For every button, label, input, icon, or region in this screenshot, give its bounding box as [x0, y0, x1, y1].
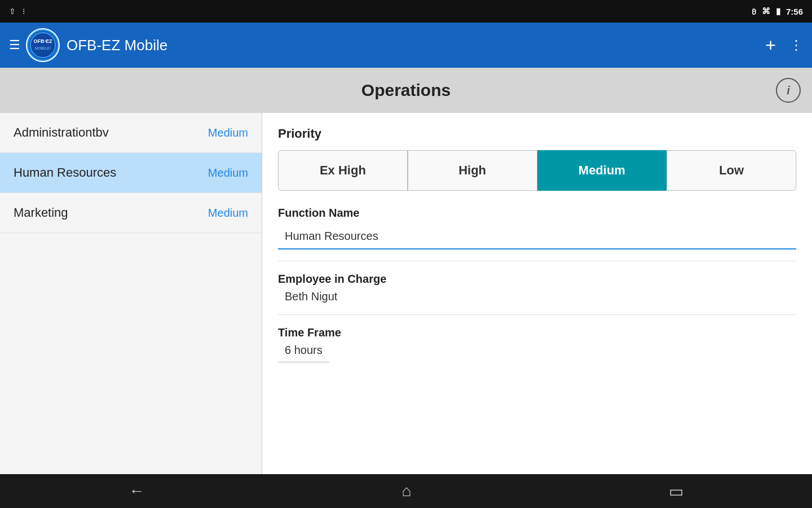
sidebar-item-name: Marketing: [14, 205, 68, 220]
priority-buttons: Ex High High Medium Low: [278, 150, 796, 191]
divider-2: [278, 314, 796, 315]
upload-icon: ⇧: [9, 7, 16, 16]
sidebar: Administrationtbv Medium Human Resources…: [0, 113, 262, 474]
wifi-icon: ⌘: [762, 6, 770, 16]
page-title: Operations: [361, 81, 451, 100]
grid-icon: ⁝: [23, 7, 25, 16]
home-button[interactable]: ⌂: [402, 482, 412, 500]
status-bar-right: 𐐂 ⌘ ▮ 7:56: [752, 6, 803, 16]
svg-point-1: [30, 33, 55, 58]
function-name-label: Function Name: [278, 207, 796, 220]
more-options-button[interactable]: ⋮: [789, 37, 803, 53]
function-name-value[interactable]: Human Resources: [278, 224, 796, 249]
app-bar: ☰ OFB·EZ MOBILE! OFB-EZ Mobile + ⋮: [0, 23, 812, 68]
priority-medium-button[interactable]: Medium: [537, 150, 667, 191]
info-button[interactable]: i: [776, 78, 801, 103]
sidebar-item-badge: Medium: [208, 126, 248, 139]
employee-in-charge-section: Employee in Charge Beth Nigut: [278, 273, 796, 303]
time-display: 7:56: [786, 7, 803, 16]
bluetooth-icon: 𐐂: [752, 7, 756, 16]
svg-text:MOBILE!: MOBILE!: [35, 46, 51, 50]
main-content: Administrationtbv Medium Human Resources…: [0, 113, 812, 474]
back-button[interactable]: ←: [129, 482, 144, 500]
function-name-section: Function Name Human Resources: [278, 207, 796, 249]
sidebar-item-marketing[interactable]: Marketing Medium: [0, 193, 262, 233]
priority-low-button[interactable]: Low: [667, 150, 796, 191]
status-bar: ⇧ ⁝ 𐐂 ⌘ ▮ 7:56: [0, 0, 812, 23]
hamburger-icon[interactable]: ☰: [9, 38, 20, 52]
employee-in-charge-label: Employee in Charge: [278, 273, 796, 286]
priority-ex-high-button[interactable]: Ex High: [278, 150, 408, 191]
employee-in-charge-value: Beth Nigut: [278, 284, 344, 308]
time-frame-section: Time Frame 6 hours: [278, 326, 796, 357]
detail-panel: Priority Ex High High Medium Low Functio…: [262, 113, 812, 474]
sidebar-item-administrationtbv[interactable]: Administrationtbv Medium: [0, 113, 262, 153]
app-bar-actions: + ⋮: [765, 35, 803, 56]
recent-button[interactable]: ▭: [669, 482, 683, 501]
divider-1: [278, 261, 796, 261]
priority-label: Priority: [278, 126, 796, 141]
status-bar-left: ⇧ ⁝: [9, 7, 25, 16]
section-header: Operations i: [0, 68, 812, 113]
time-frame-label: Time Frame: [278, 326, 796, 339]
logo-svg: OFB·EZ MOBILE!: [27, 29, 59, 61]
sidebar-item-name: Administrationtbv: [14, 125, 109, 140]
svg-text:OFB·EZ: OFB·EZ: [34, 38, 53, 44]
time-frame-value[interactable]: 6 hours: [278, 338, 329, 362]
sidebar-item-badge: Medium: [208, 207, 248, 220]
sidebar-item-badge: Medium: [208, 167, 248, 179]
app-logo: OFB·EZ MOBILE!: [26, 28, 60, 62]
bottom-nav: ← ⌂ ▭: [0, 474, 812, 508]
app-title: OFB-EZ Mobile: [67, 37, 765, 54]
add-button[interactable]: +: [765, 35, 776, 56]
priority-section: Priority Ex High High Medium Low: [278, 126, 796, 191]
priority-high-button[interactable]: High: [408, 150, 537, 191]
sidebar-item-human-resources[interactable]: Human Resources Medium: [0, 153, 262, 193]
sidebar-item-name: Human Resources: [14, 165, 116, 180]
battery-icon: ▮: [776, 6, 780, 16]
